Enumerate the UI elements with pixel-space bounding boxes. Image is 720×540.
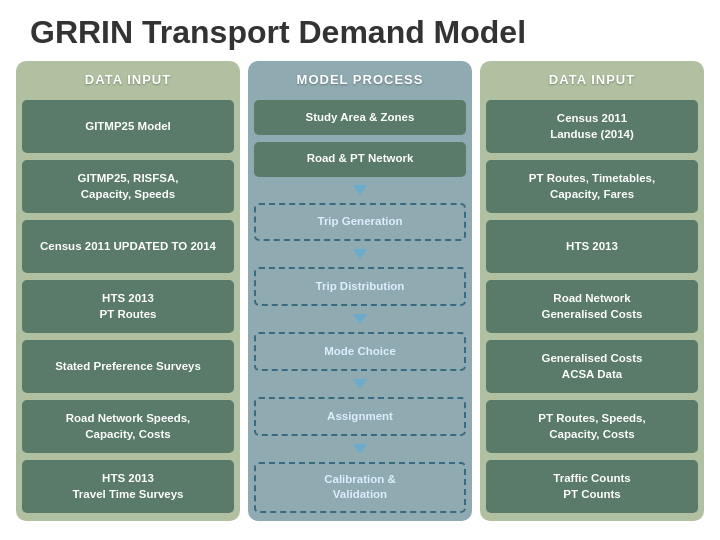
right-box-6: Traffic CountsPT Counts xyxy=(486,460,698,513)
right-box-3: Road NetworkGeneralised Costs xyxy=(486,280,698,333)
left-box-6: HTS 2013Travel Time Surveys xyxy=(22,460,234,513)
center-arrow-4 xyxy=(254,378,466,390)
page-title: GRRIN Transport Demand Model xyxy=(0,0,720,61)
center-box-study: Study Area & Zones xyxy=(254,100,466,135)
right-column: DATA INPUT Census 2011Landuse (2014) PT … xyxy=(480,61,704,521)
center-column: MODEL PROCESS Study Area & Zones Road & … xyxy=(248,61,472,521)
right-box-2: HTS 2013 xyxy=(486,220,698,273)
arrow-down-icon-5 xyxy=(353,444,367,454)
arrow-down-icon xyxy=(353,185,367,195)
left-box-5: Road Network Speeds,Capacity, Costs xyxy=(22,400,234,453)
center-arrow-3 xyxy=(254,313,466,325)
left-column: DATA INPUT GITMP25 Model GITMP25, RISFSA… xyxy=(16,61,240,521)
left-box-3: HTS 2013PT Routes xyxy=(22,280,234,333)
right-box-4: Generalised CostsACSA Data xyxy=(486,340,698,393)
center-arrow-5 xyxy=(254,443,466,455)
left-box-2: Census 2011 UPDATED TO 2014 xyxy=(22,220,234,273)
center-box-tripgen: Trip Generation xyxy=(254,203,466,242)
center-box-tripdist: Trip Distribution xyxy=(254,267,466,306)
right-header: DATA INPUT xyxy=(486,69,698,93)
left-box-4: Stated Preference Surveys xyxy=(22,340,234,393)
left-box-1: GITMP25, RISFSA,Capacity, Speeds xyxy=(22,160,234,213)
center-header: MODEL PROCESS xyxy=(254,69,466,93)
arrow-down-icon-4 xyxy=(353,379,367,389)
right-box-5: PT Routes, Speeds,Capacity, Costs xyxy=(486,400,698,453)
center-arrow-2 xyxy=(254,248,466,260)
center-arrow-1 xyxy=(254,184,466,196)
left-box-0: GITMP25 Model xyxy=(22,100,234,153)
left-header: DATA INPUT xyxy=(22,69,234,93)
right-box-1: PT Routes, Timetables,Capacity, Fares xyxy=(486,160,698,213)
arrow-down-icon-3 xyxy=(353,314,367,324)
diagram-area: DATA INPUT GITMP25 Model GITMP25, RISFSA… xyxy=(0,61,720,531)
arrow-down-icon-2 xyxy=(353,249,367,259)
center-box-mode: Mode Choice xyxy=(254,332,466,371)
center-box-road: Road & PT Network xyxy=(254,142,466,177)
center-box-calibration: Calibration &Validation xyxy=(254,462,466,513)
right-box-0: Census 2011Landuse (2014) xyxy=(486,100,698,153)
center-box-assignment: Assignment xyxy=(254,397,466,436)
